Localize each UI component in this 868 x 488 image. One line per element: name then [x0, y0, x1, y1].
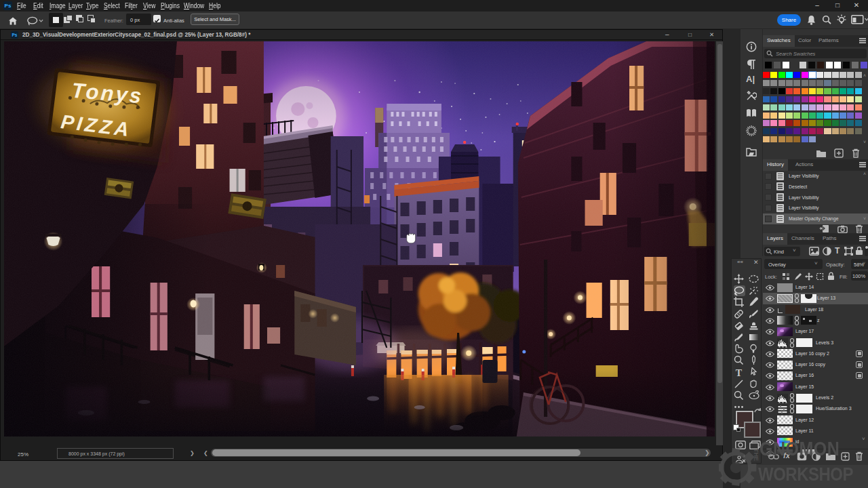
svg-text:T: T [736, 367, 743, 378]
